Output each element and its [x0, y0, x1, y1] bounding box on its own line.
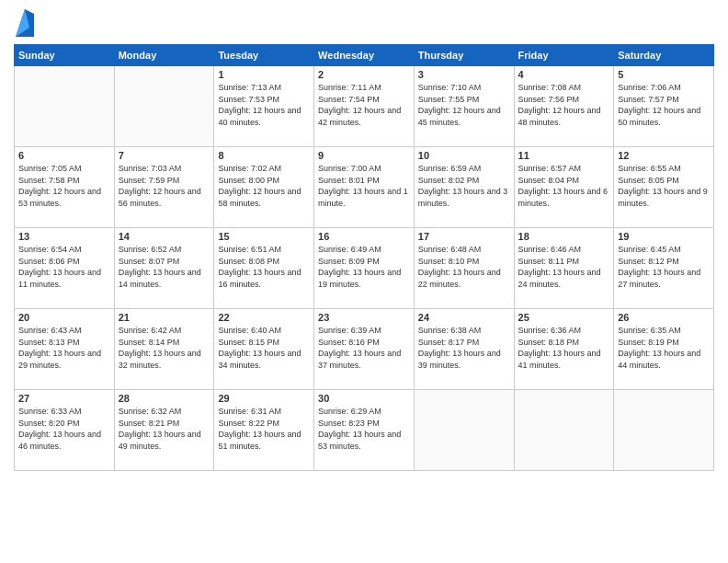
day-number: 1 [218, 69, 310, 80]
day-info: Sunrise: 6:36 AM Sunset: 8:18 PM Dayligh… [518, 325, 610, 371]
header [14, 9, 714, 37]
day-number: 30 [318, 393, 410, 404]
logo-icon [16, 9, 34, 37]
day-info: Sunrise: 6:38 AM Sunset: 8:17 PM Dayligh… [418, 325, 510, 371]
calendar-cell: 20Sunrise: 6:43 AM Sunset: 8:13 PM Dayli… [15, 309, 115, 390]
calendar-cell: 29Sunrise: 6:31 AM Sunset: 8:22 PM Dayli… [214, 390, 314, 471]
calendar-cell: 13Sunrise: 6:54 AM Sunset: 8:06 PM Dayli… [15, 228, 115, 309]
day-number: 29 [218, 393, 310, 404]
day-number: 8 [218, 150, 310, 161]
day-info: Sunrise: 7:05 AM Sunset: 7:58 PM Dayligh… [18, 163, 110, 209]
calendar-cell: 2Sunrise: 7:11 AM Sunset: 7:54 PM Daylig… [314, 66, 415, 147]
week-row-3: 20Sunrise: 6:43 AM Sunset: 8:13 PM Dayli… [15, 309, 714, 390]
calendar-cell: 6Sunrise: 7:05 AM Sunset: 7:58 PM Daylig… [15, 147, 115, 228]
day-number: 6 [18, 150, 110, 161]
day-info: Sunrise: 6:32 AM Sunset: 8:21 PM Dayligh… [119, 406, 210, 452]
day-number: 17 [418, 231, 510, 242]
calendar-cell: 16Sunrise: 6:49 AM Sunset: 8:09 PM Dayli… [314, 228, 415, 309]
day-number: 14 [119, 231, 210, 242]
day-info: Sunrise: 6:45 AM Sunset: 8:12 PM Dayligh… [618, 244, 710, 290]
calendar-cell: 3Sunrise: 7:10 AM Sunset: 7:55 PM Daylig… [414, 66, 514, 147]
week-row-0: 1Sunrise: 7:13 AM Sunset: 7:53 PM Daylig… [15, 66, 714, 147]
weekday-header-row: SundayMondayTuesdayWednesdayThursdayFrid… [15, 45, 714, 66]
day-info: Sunrise: 7:03 AM Sunset: 7:59 PM Dayligh… [119, 163, 210, 209]
calendar-cell [15, 66, 115, 147]
week-row-2: 13Sunrise: 6:54 AM Sunset: 8:06 PM Dayli… [15, 228, 714, 309]
calendar-table: SundayMondayTuesdayWednesdayThursdayFrid… [14, 44, 714, 471]
day-info: Sunrise: 6:31 AM Sunset: 8:22 PM Dayligh… [218, 406, 310, 452]
calendar-cell: 28Sunrise: 6:32 AM Sunset: 8:21 PM Dayli… [114, 390, 214, 471]
weekday-header-thursday: Thursday [414, 45, 514, 66]
day-number: 10 [418, 150, 510, 161]
day-number: 28 [119, 393, 210, 404]
calendar-cell: 18Sunrise: 6:46 AM Sunset: 8:11 PM Dayli… [514, 228, 614, 309]
day-number: 15 [218, 231, 310, 242]
day-info: Sunrise: 6:59 AM Sunset: 8:02 PM Dayligh… [418, 163, 510, 209]
day-info: Sunrise: 7:13 AM Sunset: 7:53 PM Dayligh… [218, 82, 310, 128]
logo [14, 9, 34, 37]
day-info: Sunrise: 6:55 AM Sunset: 8:05 PM Dayligh… [618, 163, 710, 209]
calendar-cell: 9Sunrise: 7:00 AM Sunset: 8:01 PM Daylig… [314, 147, 415, 228]
day-number: 9 [318, 150, 410, 161]
day-info: Sunrise: 6:42 AM Sunset: 8:14 PM Dayligh… [119, 325, 210, 371]
day-number: 25 [518, 312, 610, 323]
day-number: 18 [518, 231, 610, 242]
weekday-header-tuesday: Tuesday [214, 45, 314, 66]
week-row-1: 6Sunrise: 7:05 AM Sunset: 7:58 PM Daylig… [15, 147, 714, 228]
day-info: Sunrise: 7:00 AM Sunset: 8:01 PM Dayligh… [318, 163, 410, 209]
day-number: 22 [218, 312, 310, 323]
calendar-cell: 27Sunrise: 6:33 AM Sunset: 8:20 PM Dayli… [15, 390, 115, 471]
day-number: 5 [618, 69, 710, 80]
calendar-cell: 12Sunrise: 6:55 AM Sunset: 8:05 PM Dayli… [614, 147, 714, 228]
calendar-cell: 8Sunrise: 7:02 AM Sunset: 8:00 PM Daylig… [214, 147, 314, 228]
calendar-cell: 4Sunrise: 7:08 AM Sunset: 7:56 PM Daylig… [514, 66, 614, 147]
calendar-cell: 26Sunrise: 6:35 AM Sunset: 8:19 PM Dayli… [614, 309, 714, 390]
day-info: Sunrise: 6:48 AM Sunset: 8:10 PM Dayligh… [418, 244, 510, 290]
day-info: Sunrise: 6:33 AM Sunset: 8:20 PM Dayligh… [18, 406, 110, 452]
day-number: 7 [119, 150, 210, 161]
day-info: Sunrise: 6:46 AM Sunset: 8:11 PM Dayligh… [518, 244, 610, 290]
calendar-cell: 30Sunrise: 6:29 AM Sunset: 8:23 PM Dayli… [314, 390, 415, 471]
day-number: 13 [18, 231, 110, 242]
weekday-header-wednesday: Wednesday [314, 45, 415, 66]
day-info: Sunrise: 6:39 AM Sunset: 8:16 PM Dayligh… [318, 325, 410, 371]
calendar-cell [614, 390, 714, 471]
calendar-cell: 5Sunrise: 7:06 AM Sunset: 7:57 PM Daylig… [614, 66, 714, 147]
day-number: 3 [418, 69, 510, 80]
day-info: Sunrise: 6:29 AM Sunset: 8:23 PM Dayligh… [318, 406, 410, 452]
day-info: Sunrise: 7:10 AM Sunset: 7:55 PM Dayligh… [418, 82, 510, 128]
calendar-cell: 1Sunrise: 7:13 AM Sunset: 7:53 PM Daylig… [214, 66, 314, 147]
day-info: Sunrise: 7:08 AM Sunset: 7:56 PM Dayligh… [518, 82, 610, 128]
day-info: Sunrise: 6:49 AM Sunset: 8:09 PM Dayligh… [318, 244, 410, 290]
day-info: Sunrise: 6:35 AM Sunset: 8:19 PM Dayligh… [618, 325, 710, 371]
day-info: Sunrise: 7:06 AM Sunset: 7:57 PM Dayligh… [618, 82, 710, 128]
calendar-cell: 24Sunrise: 6:38 AM Sunset: 8:17 PM Dayli… [414, 309, 514, 390]
day-info: Sunrise: 6:51 AM Sunset: 8:08 PM Dayligh… [218, 244, 310, 290]
calendar-cell [514, 390, 614, 471]
day-number: 4 [518, 69, 610, 80]
day-number: 27 [18, 393, 110, 404]
calendar-cell [414, 390, 514, 471]
weekday-header-saturday: Saturday [614, 45, 714, 66]
day-info: Sunrise: 6:40 AM Sunset: 8:15 PM Dayligh… [218, 325, 310, 371]
calendar-cell: 21Sunrise: 6:42 AM Sunset: 8:14 PM Dayli… [114, 309, 214, 390]
day-number: 11 [518, 150, 610, 161]
calendar-cell: 15Sunrise: 6:51 AM Sunset: 8:08 PM Dayli… [214, 228, 314, 309]
day-number: 12 [618, 150, 710, 161]
day-info: Sunrise: 7:02 AM Sunset: 8:00 PM Dayligh… [218, 163, 310, 209]
day-info: Sunrise: 6:43 AM Sunset: 8:13 PM Dayligh… [18, 325, 110, 371]
day-number: 2 [318, 69, 410, 80]
day-number: 23 [318, 312, 410, 323]
calendar-cell: 17Sunrise: 6:48 AM Sunset: 8:10 PM Dayli… [414, 228, 514, 309]
calendar-cell [114, 66, 214, 147]
calendar-cell: 11Sunrise: 6:57 AM Sunset: 8:04 PM Dayli… [514, 147, 614, 228]
day-info: Sunrise: 6:52 AM Sunset: 8:07 PM Dayligh… [119, 244, 210, 290]
calendar-cell: 22Sunrise: 6:40 AM Sunset: 8:15 PM Dayli… [214, 309, 314, 390]
day-info: Sunrise: 6:57 AM Sunset: 8:04 PM Dayligh… [518, 163, 610, 209]
day-number: 21 [119, 312, 210, 323]
calendar-cell: 7Sunrise: 7:03 AM Sunset: 7:59 PM Daylig… [114, 147, 214, 228]
day-info: Sunrise: 6:54 AM Sunset: 8:06 PM Dayligh… [18, 244, 110, 290]
day-number: 16 [318, 231, 410, 242]
calendar-cell: 19Sunrise: 6:45 AM Sunset: 8:12 PM Dayli… [614, 228, 714, 309]
calendar-cell: 23Sunrise: 6:39 AM Sunset: 8:16 PM Dayli… [314, 309, 415, 390]
